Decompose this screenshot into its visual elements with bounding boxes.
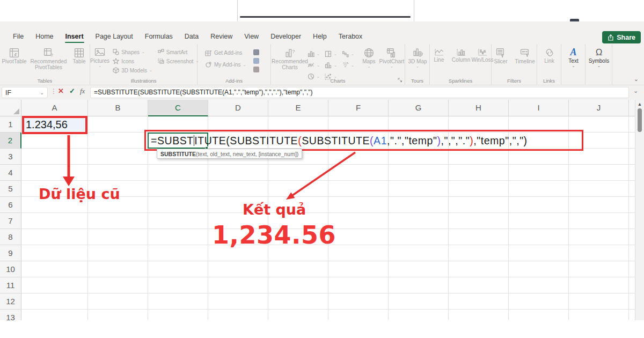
3d-models-button[interactable]: 3D Models⌄ — [113, 67, 152, 74]
column-header-G[interactable]: G — [389, 100, 449, 116]
vertical-scrollbar[interactable]: ▲ — [635, 100, 644, 320]
row-header-5[interactable]: 5 — [0, 181, 21, 197]
menu-terabox[interactable]: Terabox — [333, 30, 368, 43]
menu-review[interactable]: Review — [204, 30, 238, 43]
column-header-F[interactable]: F — [328, 100, 389, 116]
text-button[interactable]: A Text ⌄ — [561, 44, 586, 68]
screenshot-button[interactable]: Screenshot⌄ — [158, 58, 199, 64]
old-data-label: Dữ liệu cũ — [39, 186, 120, 202]
pictures-button[interactable]: Pictures ⌄ — [90, 48, 109, 74]
sparkline-winloss-button[interactable]: Win/Loss — [474, 48, 491, 63]
menu-help[interactable]: Help — [307, 30, 333, 43]
menu-developer[interactable]: Developer — [265, 30, 307, 43]
column-a-cells[interactable] — [21, 116, 88, 320]
column-header-C[interactable]: C — [148, 100, 208, 116]
scrollbar-thumb[interactable] — [638, 108, 642, 132]
addin-app-icon[interactable] — [253, 58, 259, 64]
annotation-box-formula — [144, 130, 583, 151]
formula-bar-input[interactable]: =SUBSTITUTE(SUBSTITUTE(SUBSTITUTE(A1,"."… — [90, 87, 629, 98]
charts-dialog-launcher-icon[interactable] — [398, 78, 402, 83]
insert-function-button[interactable]: fx — [80, 87, 85, 95]
chevron-down-icon: ⌄ — [243, 63, 246, 67]
recommended-charts-button[interactable]: ? Recommended Charts — [272, 48, 308, 82]
menu-data[interactable]: Data — [179, 30, 204, 43]
maps-button[interactable]: Maps ⌄ — [359, 48, 379, 82]
ribbon-group-filters: Slicer Timeline Filters — [492, 44, 537, 85]
formula-bar-drag-handle[interactable]: ⋮ — [50, 87, 57, 95]
icons-icon — [113, 58, 119, 64]
insert-column-chart-button[interactable]: ⌄ — [308, 48, 325, 60]
chevron-down-icon: ⌄ — [367, 65, 370, 68]
ribbon-group-links: Link Links — [537, 44, 561, 85]
row-header-4[interactable]: 4 — [0, 165, 21, 181]
ribbon-group-charts: ? Recommended Charts ⌄ ⌄ ⌄ — [271, 44, 405, 85]
menu-page-layout[interactable]: Page Layout — [90, 30, 139, 43]
share-button[interactable]: Share — [602, 31, 641, 43]
addin-app-icon[interactable] — [253, 49, 259, 55]
insert-histogram-chart-button[interactable]: ⌄ — [325, 60, 342, 71]
timeline-button[interactable]: Timeline — [513, 48, 537, 65]
row-header-13[interactable]: 13 — [0, 310, 21, 320]
menu-home[interactable]: Home — [30, 30, 59, 43]
timeline-icon — [520, 48, 530, 58]
name-box[interactable]: IF ⌄ — [2, 87, 48, 98]
row-header-3[interactable]: 3 — [0, 149, 21, 165]
icons-button[interactable]: Icons — [113, 58, 152, 64]
addin-app-icon[interactable] — [253, 67, 259, 72]
insert-funnel-chart-button[interactable]: ⌄ — [342, 60, 359, 71]
slicer-icon — [496, 48, 506, 58]
chevron-down-icon: ⌄ — [597, 64, 601, 68]
row-header-1[interactable]: 1 — [0, 116, 21, 133]
ribbon-collapse-chevron-icon[interactable]: ⌄ — [634, 76, 639, 83]
shapes-button[interactable]: Shapes⌄ — [113, 49, 152, 55]
row-header-11[interactable]: 11 — [0, 277, 21, 293]
row-header-10[interactable]: 10 — [0, 261, 21, 277]
menu-formulas[interactable]: Formulas — [139, 30, 179, 43]
3d-map-button[interactable]: 3D Map ⌄ — [405, 44, 430, 68]
recommended-pivottables-button[interactable]: ? Recommended PivotTables — [31, 48, 67, 70]
confirm-entry-button[interactable]: ✓ — [69, 87, 75, 95]
row-header-9[interactable]: 9 — [0, 245, 21, 261]
scroll-up-arrow-icon[interactable]: ▲ — [635, 101, 644, 107]
row-header-2[interactable]: 2 — [0, 133, 21, 149]
expand-formula-bar-chevron-icon[interactable]: ⌄ — [633, 87, 638, 94]
column-header-D[interactable]: D — [208, 100, 268, 116]
column-header-E[interactable]: E — [268, 100, 328, 116]
menu-view[interactable]: View — [238, 30, 265, 43]
pivotchart-button[interactable]: PivotChart ⌄ — [379, 48, 405, 82]
my-addins-button[interactable]: My Add-ins⌄ — [205, 61, 246, 68]
column-header-A[interactable]: A — [21, 100, 88, 116]
sparkline-column-button[interactable]: Column — [451, 48, 471, 63]
shapes-icon — [113, 49, 119, 55]
column-header-J[interactable]: J — [569, 100, 629, 116]
column-header-I[interactable]: I — [509, 100, 569, 116]
column-header-H[interactable]: H — [449, 100, 509, 116]
row-headers: 1 2 3 4 5 6 7 8 9 10 11 12 13 — [0, 116, 21, 320]
sparkline-line-icon — [434, 48, 444, 56]
link-button[interactable]: Link — [537, 44, 561, 64]
table-button[interactable]: Table — [70, 48, 89, 70]
pivottable-button[interactable]: PivotTable — [1, 48, 28, 70]
get-addins-button[interactable]: Get Add-ins — [205, 49, 246, 56]
slicer-button[interactable]: Slicer — [492, 48, 510, 65]
symbols-button[interactable]: Ω Symbols ⌄ — [586, 44, 612, 68]
chevron-down-icon: ⌄ — [390, 65, 393, 68]
insert-line-chart-button[interactable]: ⌄ — [308, 60, 325, 71]
ribbon-group-illustrations: Pictures ⌄ Shapes⌄ Icons 3D Models⌄ — [90, 44, 197, 85]
row-header-8[interactable]: 8 — [0, 229, 21, 245]
insert-waterfall-chart-button[interactable]: ⌄ — [342, 48, 359, 60]
insert-treemap-chart-button[interactable]: ⌄ — [325, 48, 342, 60]
column-header-B[interactable]: B — [88, 100, 148, 116]
row-header-7[interactable]: 7 — [0, 213, 21, 229]
sparkline-winloss-icon — [478, 48, 488, 56]
row-header-12[interactable]: 12 — [0, 293, 21, 310]
sparkline-line-button[interactable]: Line — [430, 48, 448, 63]
function-tooltip: SUBSTITUTE(text, old_text, new_text, [in… — [157, 149, 302, 159]
cancel-entry-button[interactable]: ✕ — [58, 87, 64, 95]
select-all-corner[interactable] — [0, 100, 21, 116]
smartart-button[interactable]: SmartArt — [158, 49, 199, 55]
menu-insert[interactable]: Insert — [60, 30, 90, 43]
table-icon — [74, 48, 84, 58]
row-header-6[interactable]: 6 — [0, 197, 21, 213]
menu-file[interactable]: File — [7, 30, 30, 43]
